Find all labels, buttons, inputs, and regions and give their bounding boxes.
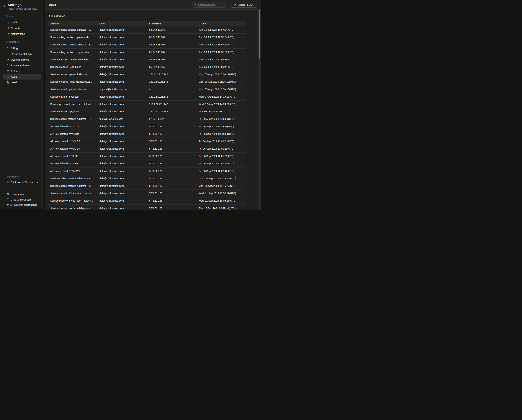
cell-time: Fri, 06 Sep 2024 12:00:16(UTC) [196, 147, 246, 150]
cell-user: dale@clickhouse.com [97, 103, 147, 106]
sidebar-item-label: Billing [11, 47, 18, 50]
cell-user: dale@clickhouse.com [97, 140, 147, 143]
cell-ip: 151.224.225.142 [147, 103, 196, 106]
table-row[interactable]: Service password was reset - dale@... da… [48, 197, 246, 204]
column-header-ip[interactable]: IP address [147, 22, 196, 25]
section-label-account: Account [6, 15, 14, 17]
table-row[interactable]: Service stopped - play.clickhouse.co... … [48, 78, 246, 86]
cell-time: Mon, 09 Sep 2024 15:39:52(UTC) [196, 177, 246, 180]
sidebar-item-label: Profile [11, 21, 18, 24]
cell-time: Fri, 06 Sep 2024 12:01:55(UTC) [196, 162, 246, 165]
table-row[interactable]: API key deleted: ****2KNc dale@clickhous… [48, 130, 246, 138]
cell-ip: 5.71.62.186 [147, 155, 196, 157]
status-text: All systems operational [10, 203, 37, 206]
table-row[interactable]: Service stopped - play.clickhouse.co... … [48, 71, 246, 78]
table-row[interactable]: Service scaling settings adjusted - 3...… [48, 175, 246, 182]
cell-activity: API key created: ****hBl3 [48, 155, 97, 157]
cell-ip: 151.224.225.142 [147, 110, 196, 113]
cell-user: dale@clickhouse.com [97, 177, 147, 180]
cell-user: dale@clickhouse.com [97, 125, 147, 128]
table-row[interactable]: Service started - pypi_test dale@clickho… [48, 93, 246, 101]
cell-time: Wed, 07 Aug 2024 14:24:06(UTC) [196, 103, 246, 106]
system-status-link[interactable]: All systems operational [0, 202, 44, 207]
cell-user: dale@clickhouse.com [97, 199, 147, 202]
table-row[interactable]: API key created: ****hBl3 dale@clickhous… [48, 153, 246, 160]
sidebar-item-billing[interactable]: Billing [3, 46, 41, 51]
cell-time: Mon, 05 Aug 2024 16:08:23(UTC) [196, 88, 246, 91]
cell-activity: API key deleted: ****hBl3 [48, 162, 97, 165]
export-csv-button[interactable]: Export To CSV [230, 2, 257, 8]
cell-ip: 85.242.48.167 [147, 43, 196, 46]
sidebar-item-usage-breakdown[interactable]: Usage breakdown [3, 51, 41, 57]
table-row[interactable]: Service stopped - pypi_test dale@clickho… [48, 108, 246, 115]
table-row[interactable]: Service started - Vector search results … [48, 190, 246, 197]
users-icon [7, 58, 9, 61]
chat-support-link[interactable]: Chat with support [0, 197, 44, 202]
column-header-user[interactable]: User [97, 22, 147, 25]
cell-activity: Service started - pypi_test [48, 95, 97, 98]
back-button[interactable] [3, 4, 6, 8]
cell-user: dale@clickhouse.com [97, 58, 147, 61]
sidebar-item-api-keys[interactable]: API keys [3, 68, 41, 74]
sidebar-item-label: Private endpoints [11, 64, 31, 67]
cell-time: Fri, 06 Sep 2024 11:59:32(UTC) [196, 132, 246, 135]
table-row[interactable]: API key deleted: ****hBl3 dale@clickhous… [48, 160, 246, 167]
scrollbar-thumb[interactable] [259, 10, 260, 59]
cell-time: Fri, 09 Aug 2024 08:30:45(UTC) [196, 117, 246, 120]
sidebar-item-audit[interactable]: Audit [3, 74, 41, 79]
cell-user: dale@clickhouse.com [97, 66, 147, 68]
table-row[interactable]: API key created: ****bXWT dale@clickhous… [48, 167, 246, 175]
sidebar-item-details[interactable]: Details [3, 79, 41, 85]
table-row[interactable]: API key deleted: ****CbzJ dale@clickhous… [48, 123, 246, 130]
table-row[interactable]: Service started - play.clickhouse.co... … [48, 86, 246, 93]
cell-ip: 5.71.62.186 [147, 132, 196, 135]
table-row[interactable]: Service stopped - Vector search res... d… [48, 56, 246, 63]
table-body: Service scaling settings adjusted - 3...… [48, 26, 246, 210]
cell-user: dale@clickhouse.com [97, 28, 147, 31]
column-header-time[interactable]: ↓ Time [196, 22, 246, 25]
cell-ip: 85.242.48.167 [147, 28, 196, 31]
sidebar-divider [0, 188, 44, 188]
building-icon [7, 81, 9, 84]
cell-ip: 5.71.62.186 [147, 125, 196, 128]
table-row[interactable]: Service scaling settings adjusted - 2...… [48, 115, 246, 123]
column-header-activity[interactable]: Activity [48, 22, 97, 25]
table-row[interactable]: Service stopped - clickpipes dale@clickh… [48, 63, 246, 71]
sidebar-item-label: Notifications [11, 32, 25, 35]
table-row[interactable]: API key created: ****OCB5 dale@clickhous… [48, 138, 246, 145]
table-row[interactable]: Service scaling settings adjusted - 1...… [48, 182, 246, 190]
cell-activity: Service scaling settings adjusted - 3... [48, 28, 97, 31]
link-label: Integrations [11, 193, 24, 196]
status-ok-dot-icon [7, 204, 9, 206]
table-row[interactable]: Service password was reset - dale@... da… [48, 101, 246, 108]
cell-activity: API key deleted: ****2KNc [48, 132, 97, 135]
cell-activity: API key created: ****bXWT [48, 170, 97, 172]
sidebar-item-notifications[interactable]: Notifications [3, 31, 41, 37]
cell-ip: 5.71.62.186 [147, 207, 196, 210]
audit-table: Activity User IP address ↓ Time Service … [48, 21, 246, 210]
cell-activity: API key deleted: ****CbzJ [48, 125, 97, 128]
sidebar-item-security[interactable]: Security [3, 25, 41, 31]
cell-ip: 85.242.48.167 [147, 36, 196, 39]
table-row[interactable]: Service scaling settings adjusted - 3...… [48, 41, 246, 48]
shield-check-icon [7, 27, 9, 30]
table-row[interactable]: Service scaling settings adjusted - 3...… [48, 26, 246, 34]
table-row[interactable]: API key deleted: ****OCB5 dale@clickhous… [48, 145, 246, 153]
cell-time: Mon, 05 Aug 2024 15:36:19(UTC) [196, 80, 246, 83]
cell-user: dale@clickhouse.com [97, 73, 147, 76]
cell-activity: Service scaling settings adjusted - 1... [48, 185, 97, 187]
cell-activity: Service stopped - play.clickhouse.co... [48, 80, 97, 83]
cell-user: dale@clickhouse.com [97, 147, 147, 150]
sidebar-item-profile[interactable]: Profile [3, 20, 41, 25]
cell-activity: Service stopped - play.clickhouse.co... [48, 73, 97, 76]
cell-user: dale@clickhouse.com [97, 51, 147, 54]
return-link[interactable]: Return to your service view [8, 8, 37, 10]
sidebar-item-users-and-roles[interactable]: Users and roles [3, 57, 41, 62]
organization-switcher[interactable]: ClickHouse Demos [0, 179, 44, 185]
table-row[interactable]: Service idling disabled - sql.clickhou..… [48, 48, 246, 56]
sidebar-item-private-endpoints[interactable]: Private endpoints [3, 62, 41, 68]
table-row[interactable]: Service stopped - observability-demo dal… [48, 205, 246, 210]
integrations-link[interactable]: Integrations [0, 192, 44, 197]
table-row[interactable]: Service idling disabled - play.clickho..… [48, 34, 246, 41]
search-input[interactable] [192, 2, 226, 8]
